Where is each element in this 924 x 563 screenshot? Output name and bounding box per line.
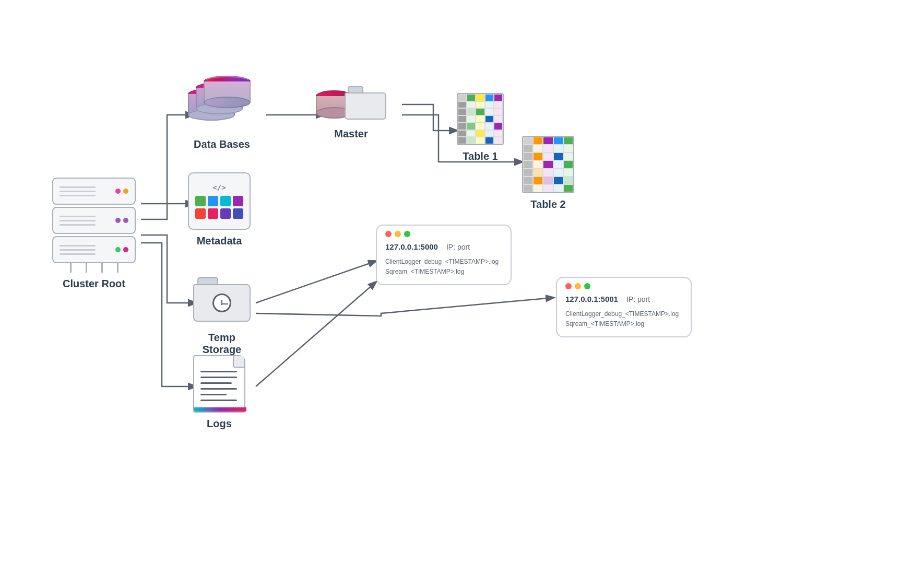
terminal1-line1: ClientLogger_debug_<TIMESTAMP>.log bbox=[385, 257, 502, 267]
server-unit-2 bbox=[52, 207, 136, 234]
cluster-root-label: Cluster Root bbox=[63, 278, 125, 290]
server-unit-1 bbox=[52, 178, 136, 205]
terminal2-node: 127.0.0.1:5001 IP: port ClientLogger_deb… bbox=[556, 277, 692, 337]
server-legs bbox=[63, 263, 125, 273]
terminal1-line2: Sqream_<TIMESTAMP>.log bbox=[385, 267, 502, 277]
server-unit-3 bbox=[52, 236, 136, 263]
folder-icon bbox=[193, 277, 251, 326]
clock-icon bbox=[212, 294, 231, 312]
folder-body bbox=[193, 284, 251, 322]
terminal1-dot-green bbox=[404, 231, 410, 237]
log-doc-icon bbox=[193, 355, 245, 413]
table2-grid bbox=[523, 137, 573, 192]
temp-storage-node: TempStorage bbox=[193, 277, 251, 356]
terminal1-window: 127.0.0.1:5000 IP: port ClientLogger_deb… bbox=[376, 225, 512, 285]
table1-icon bbox=[457, 93, 504, 145]
temp-storage-label: TempStorage bbox=[203, 332, 241, 356]
terminal2-line2: Sqream_<TIMESTAMP>.log bbox=[565, 319, 682, 329]
master-container bbox=[316, 86, 386, 123]
table1-grid bbox=[458, 94, 503, 144]
doc-gradient-bar bbox=[194, 407, 246, 412]
terminal2-dot-red bbox=[565, 283, 572, 289]
meta-grid bbox=[195, 196, 243, 219]
master-folder bbox=[345, 86, 386, 123]
terminal2-line1: ClientLogger_debug_<TIMESTAMP>.log bbox=[565, 309, 682, 319]
master-label: Master bbox=[334, 128, 368, 140]
terminal2-dot-green bbox=[584, 283, 590, 289]
terminal1-dot-red bbox=[385, 231, 392, 237]
table2-node: Table 2 bbox=[522, 136, 574, 210]
logs-label: Logs bbox=[207, 418, 232, 430]
metadata-node: </> Metadata bbox=[188, 172, 251, 247]
doc-fold bbox=[233, 356, 244, 368]
terminal1-dots bbox=[385, 231, 502, 237]
terminal2-window: 127.0.0.1:5001 IP: port ClientLogger_deb… bbox=[556, 277, 692, 337]
databases-label: Data Bases bbox=[194, 138, 250, 150]
terminal2-title: 127.0.0.1:5001 bbox=[565, 295, 618, 303]
meta-code: </> bbox=[212, 183, 226, 192]
terminal1-dot-yellow bbox=[395, 231, 401, 237]
server-stack bbox=[52, 178, 136, 263]
cluster-root-node: Cluster Root bbox=[52, 178, 136, 290]
clock-hand-m bbox=[222, 303, 228, 304]
metadata-label: Metadata bbox=[197, 235, 242, 247]
metadata-icon: </> bbox=[188, 172, 251, 230]
db-stack bbox=[188, 76, 256, 133]
cylinder-front bbox=[204, 76, 251, 108]
terminal1-node: 127.0.0.1:5000 IP: port ClientLogger_deb… bbox=[376, 225, 512, 285]
doc-lines bbox=[200, 371, 237, 401]
master-node: Master bbox=[316, 86, 386, 140]
terminal2-dots bbox=[565, 283, 682, 289]
master-folder-body bbox=[345, 92, 386, 120]
terminal1-title: 127.0.0.1:5000 bbox=[385, 242, 438, 251]
logs-node: Logs bbox=[193, 355, 245, 430]
terminal2-dot-yellow bbox=[575, 283, 581, 289]
diagram-container: Cluster Root Data Bases bbox=[0, 0, 924, 563]
doc-body bbox=[193, 355, 245, 413]
terminal2-subtitle: IP: port bbox=[626, 295, 650, 303]
databases-node: Data Bases bbox=[188, 76, 256, 150]
table1-label: Table 1 bbox=[463, 150, 497, 162]
terminal1-subtitle: IP: port bbox=[446, 243, 470, 251]
table2-icon bbox=[522, 136, 574, 193]
table1-node: Table 1 bbox=[457, 93, 504, 162]
table2-label: Table 2 bbox=[530, 198, 565, 210]
